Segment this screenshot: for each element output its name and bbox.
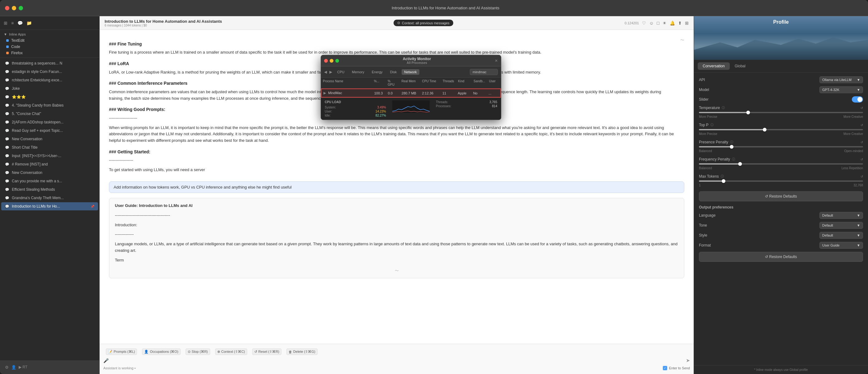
am-col-gpu[interactable]: % GPU <box>386 79 399 87</box>
conv-item-8[interactable]: 💬 Read Guy self + export Topic... <box>1 126 98 135</box>
am-row-mindmac[interactable]: ▶ MindMac 100.3 0.0 280.7 MB 2:12.36 11 … <box>321 88 501 97</box>
conv-item-0[interactable]: 💬 threatstaking a sequences... N <box>1 59 98 67</box>
max-tokens-info-icon[interactable]: ⓘ <box>721 174 724 179</box>
style-select[interactable]: Default ▼ <box>819 232 863 239</box>
conv-item-10[interactable]: 💬 Short Chat Title <box>1 143 98 151</box>
expand-icon[interactable]: ▶ <box>323 91 326 95</box>
tone-select[interactable]: Default ▼ <box>819 222 863 229</box>
chat-icon[interactable]: 💬 <box>18 21 23 26</box>
top-p-slider[interactable] <box>699 129 863 130</box>
am-maximize-button[interactable] <box>335 59 339 63</box>
conv-item-9[interactable]: 💬 New Conversation <box>1 135 98 143</box>
api-select[interactable]: Ollama via LiteLLM ▼ <box>819 76 863 83</box>
am-col-user[interactable]: User <box>487 79 501 87</box>
top-p-reset-icon[interactable]: ↺ <box>861 123 863 127</box>
occupations-button[interactable]: 👤 Occupations (⌘O) <box>142 348 180 355</box>
max-tokens-thumb[interactable] <box>722 179 725 183</box>
mic-icon[interactable]: 🎤 <box>103 358 108 363</box>
conv-item-14[interactable]: 💬 Can you provide me with a s... <box>1 177 98 185</box>
minimize-button[interactable] <box>12 6 16 10</box>
grid2-icon[interactable]: ⊞ <box>685 21 689 26</box>
temperature-thumb[interactable] <box>746 111 750 114</box>
am-tab-disk[interactable]: Disk <box>388 69 399 75</box>
tab-conversation[interactable]: Conversation <box>698 62 730 70</box>
language-select[interactable]: Default ▼ <box>819 212 863 219</box>
max-tokens-slider[interactable] <box>699 180 863 182</box>
restore-defaults-1-button[interactable]: ↺ Restore Defaults <box>699 191 863 201</box>
conv-item-7[interactable]: 💬 2(AForm ADDshop tasktopen... <box>1 118 98 126</box>
am-col-threads[interactable]: Threads <box>441 79 457 87</box>
am-tab-network[interactable]: Network <box>402 69 419 75</box>
conv-item-2[interactable]: 💬 rchitecture Entwicklung exce... <box>1 76 98 84</box>
smiley-icon[interactable]: ☺ <box>649 21 653 26</box>
frequency-penalty-slider[interactable] <box>699 163 863 165</box>
frequency-penalty-info-icon[interactable]: ⓘ <box>732 157 735 162</box>
folder-icon[interactable]: 📁 <box>27 21 32 26</box>
am-search-input[interactable] <box>470 69 498 75</box>
conv-item-12[interactable]: 💬 # Remove [INST] and <box>1 160 98 168</box>
model-select[interactable]: GPT-4-32K ▼ <box>819 86 863 93</box>
am-back-icon[interactable]: ◀ <box>324 70 327 74</box>
presence-penalty-info-icon[interactable]: ⓘ <box>730 140 733 144</box>
conv-item-6[interactable]: 💬 5. "Concise Chat" <box>1 110 98 118</box>
prompts-button[interactable]: 📝 Prompts (⌘L) <box>106 348 137 355</box>
presence-penalty-slider[interactable] <box>699 146 863 147</box>
context-badge[interactable]: ⊙ Context: all previous messages <box>394 20 453 26</box>
frequency-penalty-reset-icon[interactable]: ↺ <box>861 158 863 161</box>
am-tab-memory[interactable]: Memory <box>349 69 367 75</box>
delete-button[interactable]: 🗑 Delete (⇧⌘G) <box>286 348 317 355</box>
am-tab-cpu[interactable]: CPU <box>335 69 347 75</box>
list-icon[interactable]: ≡ <box>11 21 14 26</box>
enter-to-send-checkbox[interactable]: ✓ <box>663 366 667 370</box>
share-icon[interactable]: ⬆ <box>678 21 682 26</box>
inline-apps-header[interactable]: ▼ Inline Apps <box>4 32 96 36</box>
slider-toggle[interactable] <box>852 96 863 103</box>
am-col-cpu-pct[interactable]: %... <box>372 79 386 87</box>
am-close-x-icon[interactable]: ✕ <box>495 59 498 63</box>
app-item-code[interactable]: Code <box>4 44 96 50</box>
person-icon[interactable]: 👤 <box>11 365 16 370</box>
conv-item-4[interactable]: 💬 ⭐⭐⭐ <box>1 93 98 101</box>
format-select[interactable]: User Guide ▼ <box>819 242 863 249</box>
sun-icon[interactable]: ☀ <box>662 21 666 26</box>
conv-item-13[interactable]: 💬 New Conversation <box>1 169 98 177</box>
am-tab-energy[interactable]: Energy <box>369 69 385 75</box>
bell-icon[interactable]: 🔔 <box>670 21 675 26</box>
frequency-penalty-thumb[interactable] <box>738 162 742 166</box>
close-button[interactable] <box>5 6 9 10</box>
presence-penalty-thumb[interactable] <box>730 145 734 149</box>
reset-button[interactable]: ↺ Reset (⇧⌘R) <box>252 348 281 355</box>
conv-item-3[interactable]: 💬 Joke <box>1 84 98 92</box>
restore-defaults-2-button[interactable]: ↺ Restore Defaults <box>699 252 863 262</box>
am-close-button[interactable] <box>324 59 328 63</box>
grid-icon[interactable]: ⊞ <box>4 21 7 26</box>
conv-item-17[interactable]: 💬 Introduction to LLMs for Ho... 📌 <box>1 202 98 210</box>
chat-input-field[interactable] <box>111 358 683 363</box>
stop-button[interactable]: ⊙ Stop (⌘R) <box>186 348 210 355</box>
top-p-info-icon[interactable]: ⓘ <box>710 123 714 127</box>
heart-icon[interactable]: ♡ <box>642 21 646 26</box>
temperature-reset-icon[interactable]: ↺ <box>861 106 863 110</box>
am-col-cputime[interactable]: CPU Time <box>420 79 441 87</box>
temperature-info-icon[interactable]: ⓘ <box>722 106 725 110</box>
top-p-thumb[interactable] <box>763 128 767 132</box>
am-col-mem[interactable]: Real Mem <box>400 79 420 87</box>
temperature-slider[interactable] <box>699 112 863 113</box>
am-col-sandb[interactable]: Sandb... <box>472 79 487 87</box>
tab-global[interactable]: Global <box>730 62 751 70</box>
app-item-firefox[interactable]: Firefox <box>4 50 96 56</box>
conv-item-5[interactable]: 💬 4. "Stealing Candy from Babies <box>1 101 98 109</box>
am-col-kind[interactable]: Kind <box>456 79 472 87</box>
am-col-process[interactable]: Process Name <box>321 79 372 87</box>
context-button[interactable]: ⊕ Context (⇧⌘C) <box>215 348 247 355</box>
conv-item-16[interactable]: 💬 Grandma's Candy Theft Mem... <box>1 194 98 202</box>
conv-item-15[interactable]: 💬 Efficient Stealing Methods <box>1 185 98 194</box>
conv-item-11[interactable]: 💬 Input: [INST]<<SYS>>User-... <box>1 152 98 160</box>
send-button[interactable]: ➤ <box>686 357 690 364</box>
am-forward-icon[interactable]: ▶ <box>330 70 332 74</box>
settings-icon[interactable]: ⚙ <box>5 365 9 370</box>
max-tokens-reset-icon[interactable]: ↺ <box>861 175 863 178</box>
presence-penalty-reset-icon[interactable]: ↺ <box>861 141 863 144</box>
app-item-textedit[interactable]: TextEdit <box>4 37 96 44</box>
maximize-button[interactable] <box>19 6 23 10</box>
